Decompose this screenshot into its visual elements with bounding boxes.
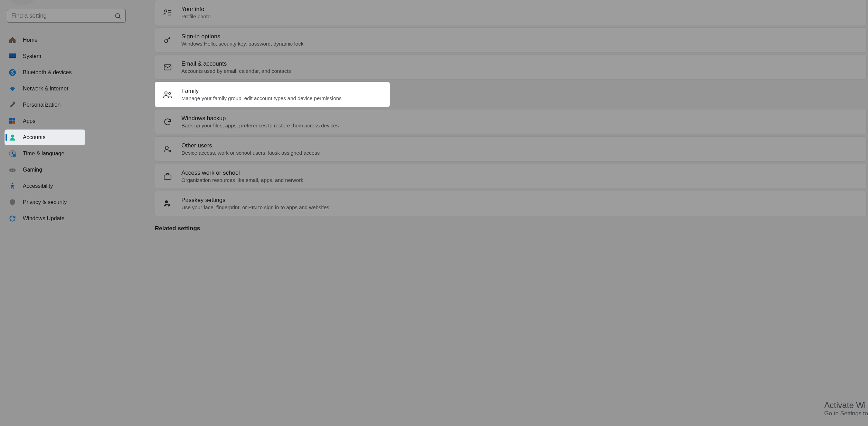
card-your-info[interactable]: Your info Profile photo [155, 0, 867, 25]
card-other-users[interactable]: Other users Device access, work or schoo… [155, 136, 867, 162]
backup-icon [163, 117, 172, 127]
card-title: Email & accounts [181, 60, 291, 67]
sidebar-item-label: Bluetooth & devices [23, 69, 72, 76]
sidebar-item-label: Network & internet [23, 86, 68, 92]
avatar [10, 0, 35, 6]
svg-rect-27 [164, 175, 171, 179]
sidebar-item-accessibility[interactable]: Accessibility [5, 178, 128, 194]
activation-watermark: Activate Wi Go to Settings to [824, 400, 868, 417]
sidebar-item-time[interactable]: Time & language [5, 146, 128, 161]
sidebar-item-network[interactable]: Network & internet [5, 81, 128, 96]
svg-point-4 [9, 69, 16, 76]
svg-rect-9 [12, 121, 15, 124]
card-subtitle: Back up your files, apps, preferences to… [181, 123, 339, 128]
card-title: Other users [181, 142, 320, 149]
card-title: Windows backup [181, 115, 339, 122]
sidebar-item-label: Accessibility [23, 183, 53, 189]
sidebar-item-accounts[interactable]: Accounts [5, 130, 85, 145]
sidebar-item-personalization[interactable]: Personalization [5, 97, 128, 113]
sidebar-item-apps[interactable]: Apps [5, 114, 128, 129]
sidebar-item-home[interactable]: Home [5, 32, 128, 48]
sidebar-item-label: Privacy & security [23, 199, 67, 205]
card-subtitle: Device access, work or school users, kio… [181, 150, 320, 156]
mail-icon [163, 62, 172, 72]
clock-globe-icon [8, 149, 17, 158]
paintbrush-icon [8, 101, 17, 109]
svg-rect-13 [9, 168, 16, 172]
svg-point-28 [165, 200, 168, 203]
svg-point-21 [164, 39, 168, 42]
sidebar-item-system[interactable]: System [5, 49, 128, 64]
sidebar-item-privacy[interactable]: Privacy & security [5, 195, 128, 210]
sidebar-item-label: Accounts [23, 134, 46, 141]
svg-point-23 [165, 91, 167, 94]
svg-point-17 [164, 10, 167, 12]
search-icon [114, 12, 121, 19]
svg-rect-6 [9, 118, 12, 120]
search-input[interactable] [11, 12, 114, 19]
briefcase-icon [163, 172, 172, 181]
svg-point-25 [166, 146, 169, 149]
passkey-icon [163, 199, 172, 209]
other-users-icon [163, 144, 172, 154]
key-icon [163, 35, 172, 45]
card-subtitle: Organization resources like email, apps,… [181, 177, 303, 183]
sidebar-item-label: Personalization [23, 102, 60, 108]
svg-line-1 [119, 17, 121, 19]
sidebar-item-label: Windows Update [23, 215, 65, 222]
sidebar-item-label: Home [23, 37, 38, 43]
svg-point-16 [12, 183, 13, 184]
sidebar-item-label: Apps [23, 118, 35, 124]
card-windows-backup[interactable]: Windows backup Back up your files, apps,… [155, 109, 867, 134]
apps-icon [8, 117, 17, 125]
sidebar-item-windows-update[interactable]: Windows Update [5, 211, 128, 226]
card-title: Your info [181, 6, 210, 13]
gaming-icon [8, 166, 17, 174]
shield-icon [8, 198, 17, 206]
card-title: Family [181, 88, 342, 95]
card-subtitle: Profile photo [181, 13, 210, 19]
card-passkey-settings[interactable]: Passkey settings Use your face, fingerpr… [155, 191, 867, 216]
card-family[interactable]: Family Manage your family group, edit ac… [155, 82, 390, 107]
svg-point-0 [115, 13, 120, 18]
svg-rect-7 [12, 118, 15, 120]
svg-point-10 [11, 135, 14, 138]
update-icon [8, 214, 17, 223]
svg-point-14 [11, 170, 12, 171]
card-sign-in-options[interactable]: Sign-in options Windows Hello, security … [155, 27, 867, 52]
svg-rect-22 [164, 65, 171, 70]
svg-rect-3 [9, 57, 16, 58]
card-access-work-school[interactable]: Access work or school Organization resou… [155, 164, 867, 189]
card-subtitle: Manage your family group, edit account t… [181, 95, 342, 101]
svg-rect-8 [9, 121, 12, 124]
card-title: Sign-in options [181, 33, 303, 40]
sidebar-item-label: Gaming [23, 167, 42, 173]
card-title: Passkey settings [181, 197, 329, 204]
sidebar-item-bluetooth[interactable]: Bluetooth & devices [5, 65, 128, 80]
svg-point-15 [13, 170, 14, 171]
card-subtitle: Use your face, fingerprint, or PIN to si… [181, 204, 329, 210]
sidebar-item-label: Time & language [23, 151, 64, 157]
family-icon [163, 90, 172, 99]
bluetooth-icon [8, 68, 17, 77]
your-info-icon [163, 8, 172, 18]
accessibility-icon [8, 182, 17, 190]
watermark-line-1: Activate Wi [824, 400, 868, 410]
sidebar-item-label: System [23, 53, 41, 59]
watermark-line-2: Go to Settings to [824, 410, 868, 417]
svg-point-12 [13, 154, 16, 157]
svg-point-24 [169, 92, 170, 94]
home-icon [8, 36, 17, 44]
sidebar-item-gaming[interactable]: Gaming [5, 162, 128, 177]
user-icon [8, 133, 17, 142]
related-settings-heading: Related settings [155, 225, 867, 232]
system-icon [8, 52, 17, 60]
search-box[interactable] [7, 9, 126, 23]
card-subtitle: Windows Hello, security key, password, d… [181, 41, 303, 47]
card-title: Access work or school [181, 170, 303, 176]
wifi-icon [8, 85, 17, 93]
card-subtitle: Accounts used by email, calendar, and co… [181, 68, 291, 74]
card-email-accounts[interactable]: Email & accounts Accounts used by email,… [155, 55, 867, 80]
